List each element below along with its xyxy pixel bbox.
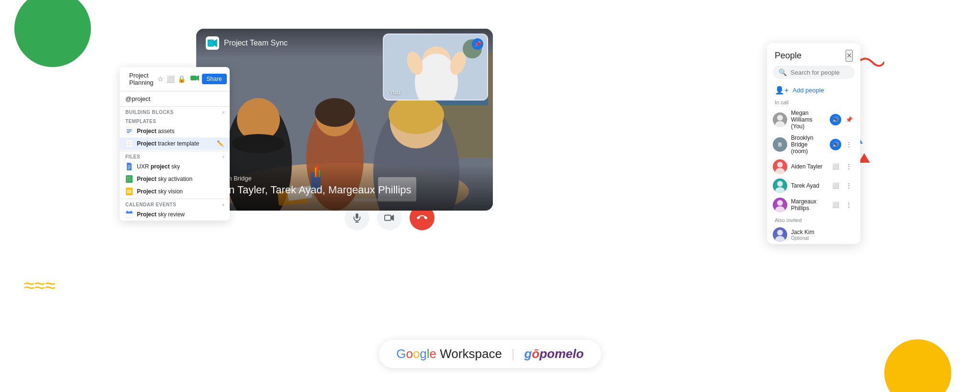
- aiden-screen-button[interactable]: ⬜: [830, 161, 841, 172]
- cam-icon: [384, 213, 395, 223]
- people-panel: People × 🔍 👤+ Add people In call Megan W…: [767, 43, 860, 244]
- svg-rect-26: [127, 190, 132, 193]
- svg-point-79: [777, 162, 783, 168]
- calendar-arrow: ›: [223, 202, 224, 207]
- file-vision-text: Project sky vision: [137, 188, 224, 195]
- self-view: You 📌: [383, 34, 488, 101]
- tarek-more-button[interactable]: ⋮: [843, 180, 855, 191]
- people-search-input[interactable]: [791, 69, 860, 76]
- add-person-icon: 👤+: [775, 86, 789, 95]
- folder-icon[interactable]: ⬜: [167, 75, 175, 83]
- building-blocks-section: BUILDING BLOCKS ›: [120, 107, 230, 116]
- svg-point-88: [777, 230, 783, 235]
- brooklyn-more-button[interactable]: ⋮: [843, 139, 855, 150]
- jack-optional-label: Optional: [791, 235, 855, 241]
- megan-pin-button[interactable]: 📌: [843, 114, 855, 125]
- add-people-button[interactable]: 👤+ Add people: [767, 83, 860, 98]
- files-arrow: ›: [223, 154, 224, 159]
- google-e: e: [430, 347, 436, 361]
- person-avatar-brooklyn: B: [773, 137, 787, 152]
- svg-point-42: [232, 134, 285, 153]
- svg-marker-8: [197, 75, 199, 81]
- person-actions-brooklyn: 🔊 ⋮: [830, 139, 855, 150]
- aiden-more-button[interactable]: ⋮: [843, 161, 855, 172]
- file-uxr-project-sky[interactable]: UXR project sky: [120, 160, 230, 173]
- edit-icon[interactable]: ✏️: [217, 140, 224, 147]
- svg-point-85: [777, 200, 783, 206]
- person-row-jack: Jack Kim Optional: [767, 225, 860, 244]
- person-actions-megan: 🔊 📌: [830, 114, 855, 125]
- docs-header: Project Planning ☆ ⬜ 🔒 Share: [120, 67, 230, 91]
- meet-video-background: Project Team Sync: [196, 29, 493, 211]
- search-icon: 🔍: [779, 68, 787, 76]
- svg-text:B: B: [778, 142, 782, 147]
- svg-rect-71: [385, 215, 391, 221]
- star-icon[interactable]: ☆: [157, 75, 164, 83]
- template-project-tracker-text: Project tracker template: [137, 140, 213, 147]
- template-project-tracker[interactable]: Project tracker template ✏️: [120, 137, 230, 150]
- meet-names: Aiden Tayler, Tarek Ayad, Margeaux Phill…: [208, 184, 481, 196]
- person-row-tarek: Tarek Ayad ⬜ ⋮: [767, 176, 860, 195]
- camera-icon[interactable]: [190, 75, 199, 81]
- people-panel-close-button[interactable]: ×: [846, 50, 853, 62]
- calendar-project-sky-review[interactable]: Project sky review: [120, 208, 230, 221]
- gopomelo-o: ō: [532, 347, 540, 361]
- person-actions-margeaux: ⬜ ⋮: [830, 199, 855, 211]
- sheet-icon: [125, 127, 133, 135]
- file-project-sky-activation[interactable]: Project sky activation: [120, 173, 230, 185]
- meet-logo-icon: [206, 36, 219, 50]
- google-o1: o: [406, 347, 412, 361]
- person-actions-aiden: ⬜ ⋮: [830, 161, 855, 172]
- svg-rect-18: [128, 167, 131, 168]
- svg-point-82: [777, 181, 783, 187]
- brooklyn-mic-button[interactable]: 🔊: [830, 139, 841, 150]
- lock-icon[interactable]: 🔒: [178, 75, 186, 83]
- people-panel-title: People: [775, 51, 802, 61]
- share-button[interactable]: Share: [202, 74, 227, 84]
- person-row-brooklyn: B Brooklyn Bridge (room) 🔊 ⋮: [767, 132, 860, 157]
- calendar-review-text: Project sky review: [137, 211, 224, 218]
- building-blocks-arrow: ›: [223, 110, 224, 115]
- meet-subtitle: Brooklyn Bridge: [208, 175, 481, 182]
- building-blocks-header: BUILDING BLOCKS ›: [120, 107, 230, 116]
- person-avatar-margeaux: [773, 198, 787, 212]
- also-invited-label: Also invited: [767, 214, 860, 225]
- svg-rect-20: [126, 175, 133, 183]
- self-view-label: You: [390, 89, 400, 96]
- file-project-sky-vision[interactable]: Project sky vision: [120, 185, 230, 198]
- templates-label: TEMPLATES: [125, 119, 156, 124]
- slides-icon: [125, 188, 133, 195]
- calendar-label: CALENDAR EVENTS: [125, 202, 176, 207]
- docs-mention: @project: [120, 91, 230, 107]
- files-label: FILES: [125, 154, 140, 159]
- svg-rect-11: [127, 131, 132, 132]
- building-blocks-label: BUILDING BLOCKS: [125, 110, 174, 115]
- svg-rect-12: [127, 132, 130, 133]
- meet-container: Project Team Sync: [196, 29, 493, 211]
- file-uxr-text: UXR project sky: [137, 163, 224, 170]
- svg-point-45: [315, 98, 355, 127]
- person-name-tarek: Tarek Ayad: [791, 182, 826, 189]
- people-search-bar[interactable]: 🔍: [773, 66, 855, 79]
- megan-mic-button[interactable]: 🔊: [830, 114, 841, 125]
- deco-green-circle: [14, 0, 91, 67]
- brand-divider: |: [512, 347, 515, 361]
- calendar-icon: [125, 211, 133, 218]
- template-project-assets[interactable]: Project assets: [120, 125, 230, 137]
- templates-header: TEMPLATES: [120, 116, 230, 125]
- calendar-header: CALENDAR EVENTS ›: [120, 199, 230, 208]
- deco-yellow-waves: ≈≈≈: [24, 275, 56, 296]
- tarek-screen-button[interactable]: ⬜: [830, 180, 841, 191]
- google-workspace-text: Google Workspace: [396, 347, 502, 361]
- margeaux-screen-button[interactable]: ⬜: [830, 199, 841, 211]
- add-people-label: Add people: [792, 87, 824, 94]
- doc-icon: [125, 163, 133, 170]
- svg-point-48: [389, 96, 444, 134]
- docs-title: Project Planning: [129, 72, 154, 86]
- person-row-megan: Megan Williams (You) 🔊 📌: [767, 107, 860, 132]
- person-row-margeaux: Margeaux Phillips ⬜ ⋮: [767, 195, 860, 214]
- svg-point-74: [777, 115, 783, 121]
- margeaux-more-button[interactable]: ⋮: [843, 199, 855, 211]
- docs-icons: ☆ ⬜ 🔒 Share: [157, 74, 227, 84]
- svg-rect-68: [356, 213, 358, 219]
